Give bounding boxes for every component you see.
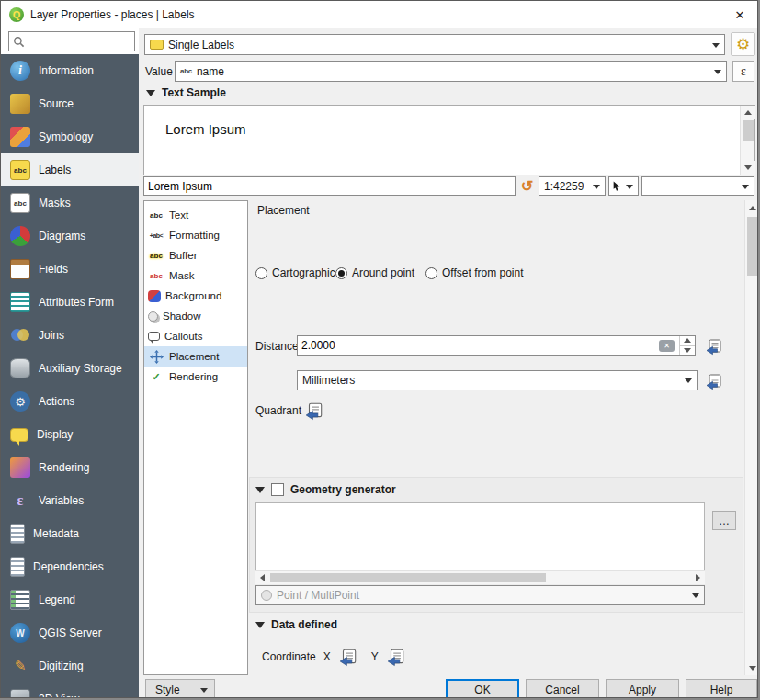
style-menu-button[interactable]: Style bbox=[145, 679, 215, 698]
radio-checked-icon bbox=[335, 267, 347, 279]
text-sample-title: Text Sample bbox=[162, 86, 226, 99]
metadata-icon bbox=[10, 524, 25, 544]
sidebar-item-joins[interactable]: Joins bbox=[1, 319, 139, 352]
spin-down-button[interactable] bbox=[680, 345, 695, 356]
help-button[interactable]: Help bbox=[686, 679, 757, 698]
geometry-generator-expression-input[interactable] bbox=[255, 502, 705, 570]
background-icon bbox=[148, 290, 161, 302]
expression-builder-button[interactable]: ε bbox=[732, 61, 754, 82]
coordinate-y-data-defined-override-button[interactable] bbox=[386, 647, 406, 667]
geometry-generator-header[interactable]: Geometry generator bbox=[255, 483, 396, 496]
sidebar-item-dependencies[interactable]: Dependencies bbox=[1, 550, 139, 583]
spin-up-button[interactable] bbox=[680, 336, 695, 345]
quadrant-data-defined-override-button[interactable] bbox=[304, 401, 324, 421]
scroll-down-button[interactable] bbox=[741, 161, 755, 175]
placement-panel-scrollbar[interactable] bbox=[744, 200, 758, 675]
close-icon[interactable]: ✕ bbox=[732, 6, 748, 23]
expression-more-button[interactable]: … bbox=[712, 511, 736, 530]
tab-text[interactable]: abcText bbox=[144, 205, 247, 225]
radio-offset-from-point[interactable]: Offset from point bbox=[425, 266, 523, 279]
tab-label: Buffer bbox=[169, 250, 197, 261]
tab-rendering[interactable]: ✓Rendering bbox=[144, 367, 247, 387]
ok-button[interactable]: OK bbox=[446, 679, 519, 698]
clear-icon[interactable]: ✕ bbox=[659, 340, 675, 352]
expression-horizontal-scrollbar[interactable] bbox=[255, 570, 705, 584]
sidebar-item-label: Actions bbox=[39, 395, 74, 408]
tab-callouts[interactable]: Callouts bbox=[144, 326, 247, 346]
radio-cartographic[interactable]: Cartographic bbox=[255, 266, 335, 279]
map-tool-dropdown-button[interactable] bbox=[608, 176, 639, 196]
sidebar-item-masks[interactable]: abcMasks bbox=[1, 186, 139, 220]
data-defined-title: Data defined bbox=[271, 618, 337, 631]
data-defined-header[interactable]: Data defined bbox=[255, 618, 337, 631]
sidebar-item-qgis-server[interactable]: WQGIS Server bbox=[1, 616, 139, 649]
tab-mask[interactable]: abcMask bbox=[144, 265, 247, 286]
sidebar-item-information[interactable]: iInformation bbox=[1, 54, 139, 87]
coordinate-x-data-defined-override-button[interactable] bbox=[338, 647, 358, 667]
sidebar-item-actions[interactable]: ⚙Actions bbox=[1, 385, 139, 418]
preview-scale-combo[interactable]: 1:42259 bbox=[539, 176, 606, 196]
quadrant-label: Quadrant bbox=[255, 404, 301, 417]
scroll-up-button[interactable] bbox=[745, 200, 758, 215]
reset-sample-button[interactable]: ↺ bbox=[517, 176, 537, 196]
sidebar-item-display[interactable]: Display bbox=[1, 418, 139, 451]
sidebar-item-rendering[interactable]: Rendering bbox=[1, 451, 139, 484]
distance-input[interactable] bbox=[301, 337, 651, 354]
geometry-type-combo[interactable]: Point / MultiPoint bbox=[255, 585, 705, 605]
chevron-down-icon bbox=[712, 43, 720, 48]
tab-placement[interactable]: Placement bbox=[144, 346, 247, 367]
preview-scrollbar[interactable] bbox=[740, 106, 754, 175]
geometry-generator-title: Geometry generator bbox=[290, 483, 396, 496]
sidebar-item-labels[interactable]: abcLabels bbox=[1, 153, 139, 186]
tab-buffer[interactable]: abcBuffer bbox=[144, 245, 247, 265]
sidebar-item-attributes-form[interactable]: Attributes Form bbox=[1, 286, 139, 319]
gear-icon: ⚙ bbox=[736, 35, 750, 54]
search-input[interactable] bbox=[25, 35, 126, 48]
sidebar-item-symbology[interactable]: Symbology bbox=[1, 120, 139, 153]
dependencies-icon bbox=[10, 557, 25, 577]
sample-text-input[interactable] bbox=[143, 176, 516, 196]
properties-search[interactable] bbox=[8, 31, 135, 51]
radio-around-point[interactable]: Around point bbox=[335, 266, 414, 279]
apply-button[interactable]: Apply bbox=[606, 679, 679, 698]
scroll-left-button[interactable] bbox=[255, 571, 269, 584]
sidebar-item-legend[interactable]: Legend bbox=[1, 583, 139, 616]
sidebar-item-variables[interactable]: εVariables bbox=[1, 484, 139, 517]
sidebar-item-label: Attributes Form bbox=[39, 296, 114, 309]
arrow-down-icon bbox=[684, 348, 691, 353]
digitizing-icon: ✎ bbox=[10, 656, 30, 676]
sidebar-item-fields[interactable]: Fields bbox=[1, 253, 139, 286]
rendering-icon: ✓ bbox=[148, 369, 164, 384]
sidebar-item-auxiliary-storage[interactable]: Auxiliary Storage bbox=[1, 352, 139, 385]
scroll-down-button[interactable] bbox=[745, 660, 758, 675]
sidebar-item-3d-view[interactable]: 3D View bbox=[1, 683, 139, 698]
sidebar-item-metadata[interactable]: Metadata bbox=[1, 517, 139, 550]
distance-data-defined-override-button[interactable] bbox=[704, 336, 724, 356]
scrollbar-thumb[interactable] bbox=[747, 217, 758, 276]
tab-shadow[interactable]: Shadow bbox=[144, 306, 247, 326]
cancel-button[interactable]: Cancel bbox=[526, 679, 599, 698]
sidebar-item-label: QGIS Server bbox=[39, 627, 102, 639]
units-data-defined-override-button[interactable] bbox=[704, 371, 724, 391]
sidebar-item-source[interactable]: Source bbox=[1, 87, 139, 120]
automated-placement-settings-button[interactable]: ⚙ bbox=[731, 32, 755, 56]
scrollbar-thumb[interactable] bbox=[270, 573, 546, 582]
sidebar-item-label: Variables bbox=[39, 494, 84, 507]
radio-label: Around point bbox=[352, 266, 414, 279]
tab-background[interactable]: Background bbox=[144, 286, 247, 306]
preview-background-combo[interactable] bbox=[641, 176, 754, 196]
distance-spinbox[interactable]: ✕ bbox=[297, 335, 696, 356]
distance-units-combo[interactable]: Millimeters bbox=[297, 370, 698, 390]
scrollbar-thumb[interactable] bbox=[743, 120, 754, 141]
sidebar-item-digitizing[interactable]: ✎Digitizing bbox=[1, 649, 139, 683]
text-sample-header[interactable]: Text Sample bbox=[146, 86, 226, 99]
scroll-up-button[interactable] bbox=[741, 106, 755, 119]
tab-label: Rendering bbox=[169, 371, 218, 382]
tab-formatting[interactable]: +ab<Formatting bbox=[144, 225, 247, 245]
fields-icon bbox=[10, 259, 30, 279]
geometry-generator-checkbox[interactable] bbox=[271, 483, 284, 496]
value-field-combo[interactable]: abc name bbox=[175, 61, 727, 82]
scroll-right-button[interactable] bbox=[691, 571, 705, 584]
sidebar-item-diagrams[interactable]: Diagrams bbox=[1, 220, 139, 253]
labeling-mode-combo[interactable]: Single Labels bbox=[144, 34, 725, 55]
